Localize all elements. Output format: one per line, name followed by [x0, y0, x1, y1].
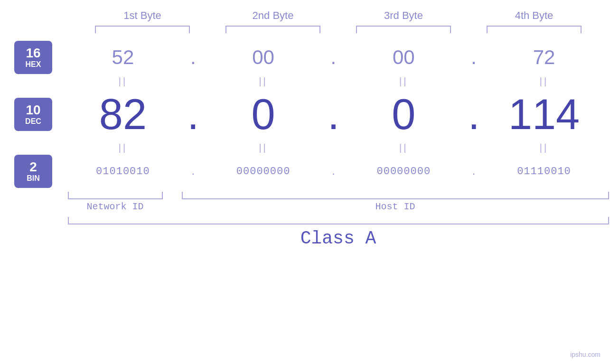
dec-byte4: 114 [492, 93, 596, 136]
equals-values-2: || || || || [66, 142, 610, 153]
hex-base-label: HEX [26, 60, 41, 69]
bin-byte3: 00000000 [351, 166, 456, 177]
dec-base-number: 10 [26, 103, 40, 118]
dec-dot1: . [184, 90, 203, 139]
dec-byte1: 82 [71, 93, 175, 136]
bin-byte2: 00000000 [211, 166, 316, 177]
dec-row: 10 DEC 82 . 0 . 0 . 114 [0, 88, 610, 140]
eq2-cell2: || [211, 142, 316, 153]
bracket-top-2 [225, 26, 320, 33]
hex-dot1: . [184, 46, 203, 69]
dec-badge: 10 DEC [14, 98, 52, 131]
dec-byte2: 0 [211, 93, 316, 136]
dec-dot3: . [464, 90, 483, 139]
bin-dot2: . [324, 165, 343, 177]
bracket-top-4 [487, 26, 582, 33]
dec-values: 82 . 0 . 0 . 114 [66, 90, 610, 139]
dec-byte3: 0 [351, 93, 456, 136]
eq1-cell4: || [492, 76, 596, 87]
big-bottom-bracket [68, 217, 609, 224]
class-label: Class A [68, 228, 609, 249]
eq1-cell1: || [71, 76, 175, 87]
hex-dot2: . [324, 46, 343, 69]
equals-row-2: || || || || [0, 140, 610, 155]
bin-byte4: 01110010 [492, 166, 596, 177]
dec-dot2: . [324, 90, 343, 139]
hex-values: 52 . 00 . 00 . 72 [66, 46, 610, 69]
host-id-label: Host ID [182, 201, 609, 212]
hex-row: 16 HEX 52 . 00 . 00 . 72 [0, 41, 610, 74]
watermark: ipshu.com [570, 351, 601, 358]
hex-badge-col: 16 HEX [0, 41, 66, 74]
top-brackets [77, 26, 600, 33]
byte4-header: 4th Byte [482, 9, 586, 22]
eq1-cell2: || [211, 76, 316, 87]
bin-byte1: 01010010 [71, 166, 175, 177]
bin-badge: 2 BIN [14, 155, 52, 188]
eq2-cell4: || [492, 142, 596, 153]
bracket-bottom-host [182, 192, 609, 199]
hex-dot3: . [464, 46, 483, 69]
bracket-bottom-network [68, 192, 163, 199]
bin-dot1: . [184, 165, 203, 177]
byte1-header: 1st Byte [90, 9, 195, 22]
hex-byte3: 00 [351, 46, 456, 69]
hex-byte4: 72 [492, 46, 596, 69]
eq2-cell3: || [351, 142, 456, 153]
dec-base-label: DEC [25, 117, 41, 126]
eq2-cell1: || [71, 142, 175, 153]
dec-badge-col: 10 DEC [0, 98, 66, 131]
bottom-brackets [68, 192, 609, 199]
bin-values: 01010010 . 00000000 . 00000000 . 0111001… [66, 165, 610, 177]
byte2-header: 2nd Byte [221, 9, 325, 22]
bin-dot3: . [464, 165, 483, 177]
main-container: 1st Byte 2nd Byte 3rd Byte 4th Byte 16 H… [0, 0, 610, 364]
hex-base-number: 16 [26, 46, 40, 61]
byte3-header: 3rd Byte [351, 9, 456, 22]
equals-values-1: || || || || [66, 76, 610, 87]
bin-row: 2 BIN 01010010 . 00000000 . 00000000 . 0… [0, 155, 610, 188]
hex-byte2: 00 [211, 46, 316, 69]
bracket-top-3 [356, 26, 451, 33]
bin-base-label: BIN [27, 174, 40, 183]
bin-base-number: 2 [29, 160, 37, 175]
bin-badge-col: 2 BIN [0, 155, 66, 188]
eq1-cell3: || [351, 76, 456, 87]
bracket-top-1 [95, 26, 190, 33]
id-labels: Network ID Host ID [68, 201, 609, 212]
network-id-label: Network ID [68, 201, 163, 212]
hex-badge: 16 HEX [14, 41, 52, 74]
hex-byte1: 52 [71, 46, 175, 69]
equals-row-1: || || || || [0, 74, 610, 88]
byte-headers: 1st Byte 2nd Byte 3rd Byte 4th Byte [77, 9, 600, 22]
